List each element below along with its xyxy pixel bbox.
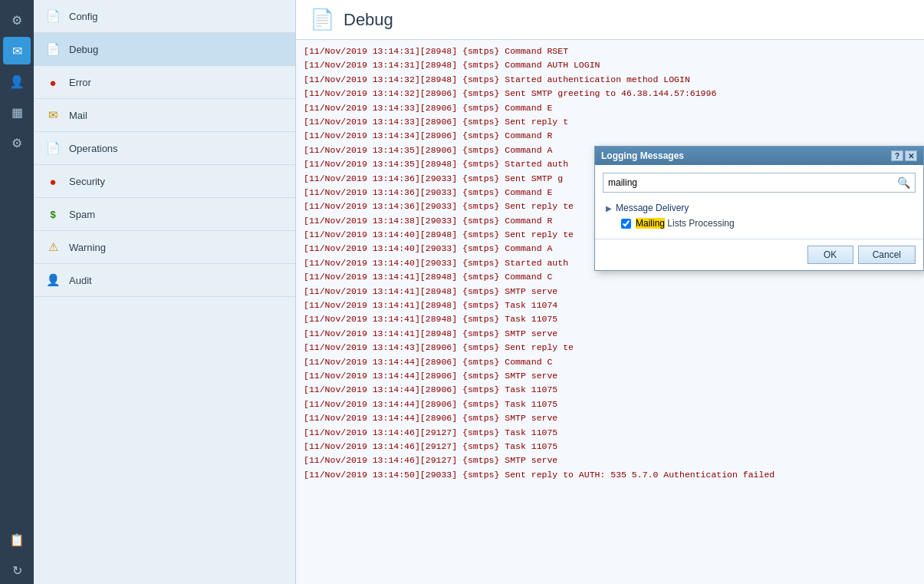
- sidebar-label-audit: Audit: [69, 275, 92, 286]
- icon-bar-config[interactable]: ⚙: [3, 6, 31, 34]
- sidebar-item-security[interactable]: ● Security: [34, 165, 295, 198]
- main-content: 📄 Debug [11/Nov/2019 13:14:31][28948] {s…: [296, 0, 924, 584]
- log-content[interactable]: [11/Nov/2019 13:14:31][28948] {smtps} Co…: [296, 40, 924, 584]
- mail-icon: ✉: [44, 107, 61, 124]
- config-icon: 📄: [44, 8, 61, 25]
- page-title: Debug: [344, 10, 393, 30]
- error-icon: ●: [44, 74, 61, 91]
- debug-icon: 📄: [44, 41, 61, 58]
- search-box: 🔍: [603, 173, 916, 193]
- security-icon: ●: [44, 173, 61, 190]
- sidebar-item-audit[interactable]: 👤 Audit: [34, 264, 295, 297]
- mailing-lists-checkbox[interactable]: [621, 219, 631, 229]
- log-line: [11/Nov/2019 13:14:32][28948] {smtps} St…: [304, 73, 916, 87]
- log-line: [11/Nov/2019 13:14:41][28948] {smtps} Co…: [304, 270, 916, 284]
- sidebar-label-mail: Mail: [69, 110, 87, 121]
- dialog-close-button[interactable]: ✕: [905, 150, 917, 161]
- log-line: [11/Nov/2019 13:14:41][28948] {smtps} SM…: [304, 327, 916, 341]
- sidebar-item-config[interactable]: 📄 Config: [34, 0, 295, 33]
- log-line: [11/Nov/2019 13:14:46][29127] {smtps} Ta…: [304, 440, 916, 454]
- header: 📄 Debug: [296, 0, 924, 40]
- search-icon[interactable]: 🔍: [893, 173, 915, 192]
- sidebar-item-error[interactable]: ● Error: [34, 66, 295, 99]
- icon-bar-stats[interactable]: ▦: [3, 98, 31, 126]
- log-line: [11/Nov/2019 13:14:41][28948] {smtps} Ta…: [304, 312, 916, 326]
- highlight-mailing: Mailing: [636, 218, 665, 229]
- dialog-footer: OK Cancel: [595, 239, 923, 270]
- sidebar-label-warning: Warning: [69, 242, 106, 253]
- ok-button[interactable]: OK: [807, 246, 853, 264]
- sidebar-label-debug: Debug: [69, 44, 98, 55]
- log-line: [11/Nov/2019 13:14:44][28906] {smtps} Ta…: [304, 383, 916, 397]
- sidebar-item-mail[interactable]: ✉ Mail: [34, 99, 295, 132]
- logging-messages-dialog: Logging Messages ? ✕ 🔍 ▶ Message Deliver…: [594, 146, 924, 271]
- sidebar-label-security: Security: [69, 176, 105, 187]
- log-line: [11/Nov/2019 13:14:31][28948] {smtps} Co…: [304, 58, 916, 72]
- sidebar-item-debug[interactable]: 📄 Debug: [34, 33, 295, 66]
- mailing-lists-label: Mailing Lists Processing: [636, 218, 735, 229]
- log-line: [11/Nov/2019 13:14:44][28906] {smtps} SM…: [304, 411, 916, 425]
- sidebar-item-operations[interactable]: 📄 Operations: [34, 132, 295, 165]
- tree-root: ▶ Message Delivery Mailing Lists Process…: [606, 200, 916, 231]
- header-icon: 📄: [310, 8, 334, 31]
- operations-icon: 📄: [44, 140, 61, 157]
- expand-icon: ▶: [606, 204, 612, 213]
- icon-bar: ⚙ ✉ 👤 ▦ ⚙ 📋 ↻: [0, 0, 34, 584]
- sidebar-label-error: Error: [69, 77, 91, 88]
- cancel-button[interactable]: Cancel: [858, 246, 916, 264]
- spam-icon: $: [44, 206, 61, 223]
- dialog-titlebar-buttons: ? ✕: [891, 150, 917, 161]
- log-line: [11/Nov/2019 13:14:41][28948] {smtps} SM…: [304, 285, 916, 299]
- tree-parent-label: Message Delivery: [616, 203, 689, 213]
- log-line-last: [11/Nov/2019 13:14:50][29033] {smtps} Se…: [304, 468, 916, 482]
- log-line: [11/Nov/2019 13:14:31][28948] {smtps} Co…: [304, 45, 916, 58]
- dialog-titlebar: Logging Messages ? ✕: [595, 147, 923, 165]
- log-line: [11/Nov/2019 13:14:44][28906] {smtps} Ta…: [304, 398, 916, 411]
- log-line: [11/Nov/2019 13:14:41][28948] {smtps} Ta…: [304, 299, 916, 312]
- sidebar-label-config: Config: [69, 11, 98, 22]
- tree-parent-message-delivery[interactable]: ▶ Message Delivery: [606, 200, 916, 216]
- dialog-body: 🔍 ▶ Message Delivery Mailing Lists Proce…: [595, 165, 923, 239]
- log-line: [11/Nov/2019 13:14:33][28906] {smtps} Co…: [304, 101, 916, 115]
- log-line: [11/Nov/2019 13:14:34][28906] {smtps} Co…: [304, 129, 916, 143]
- warning-icon: ⚠: [44, 239, 61, 256]
- icon-bar-user[interactable]: 👤: [3, 68, 31, 95]
- sidebar-label-operations: Operations: [69, 143, 118, 154]
- icon-bar-mail[interactable]: ✉: [3, 37, 31, 64]
- audit-icon: 👤: [44, 272, 61, 289]
- icon-bar-refresh[interactable]: ↻: [3, 556, 31, 584]
- log-line: [11/Nov/2019 13:14:32][28906] {smtps} Se…: [304, 87, 916, 101]
- sidebar: 📄 Config 📄 Debug ● Error ✉ Mail 📄 Operat…: [34, 0, 296, 584]
- log-line: [11/Nov/2019 13:14:43][28906] {smtps} Se…: [304, 341, 916, 355]
- sidebar-item-spam[interactable]: $ Spam: [34, 198, 295, 231]
- log-line: [11/Nov/2019 13:14:44][28906] {smtps} Co…: [304, 355, 916, 369]
- log-line: [11/Nov/2019 13:14:46][29127] {smtps} SM…: [304, 454, 916, 467]
- log-line: [11/Nov/2019 13:14:44][28906] {smtps} SM…: [304, 369, 916, 383]
- dialog-title: Logging Messages: [601, 150, 684, 161]
- dialog-help-button[interactable]: ?: [891, 150, 903, 161]
- sidebar-item-warning[interactable]: ⚠ Warning: [34, 231, 295, 264]
- tree-child-mailing-lists: Mailing Lists Processing: [606, 216, 916, 231]
- log-line: [11/Nov/2019 13:14:33][28906] {smtps} Se…: [304, 115, 916, 129]
- icon-bar-doc[interactable]: 📋: [3, 526, 31, 553]
- icon-bar-settings[interactable]: ⚙: [3, 129, 31, 157]
- sidebar-label-spam: Spam: [69, 209, 95, 220]
- log-line: [11/Nov/2019 13:14:46][29127] {smtps} Ta…: [304, 426, 916, 440]
- search-input[interactable]: [603, 174, 893, 191]
